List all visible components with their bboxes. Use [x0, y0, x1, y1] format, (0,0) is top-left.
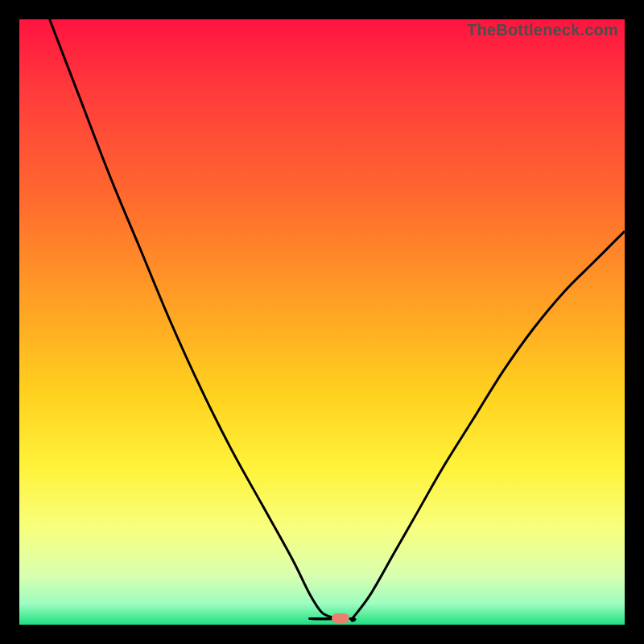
- heat-background: [19, 19, 625, 625]
- chart-frame: TheBottleneck.com: [0, 0, 644, 644]
- watermark-text: TheBottleneck.com: [467, 21, 618, 39]
- minimum-marker: [332, 613, 349, 623]
- plot-area: TheBottleneck.com: [19, 19, 625, 625]
- chart-svg: [19, 19, 625, 625]
